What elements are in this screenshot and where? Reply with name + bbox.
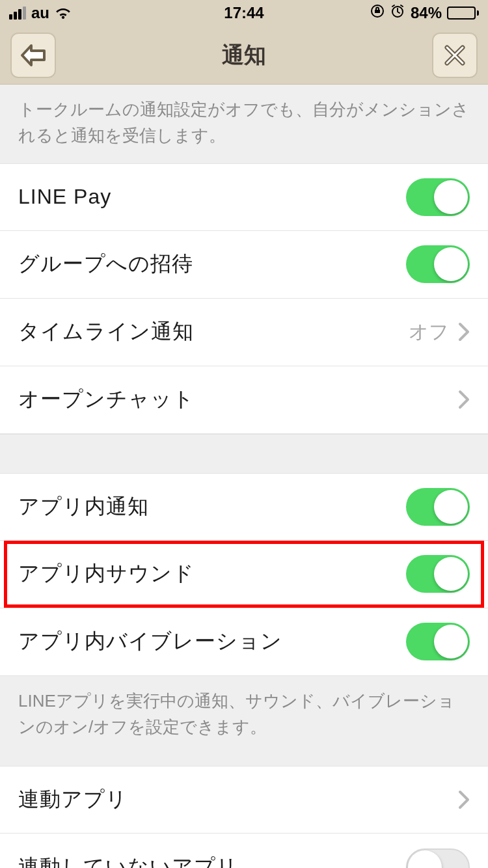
nav-bar: 通知 [0,26,488,85]
row-openchat[interactable]: オープンチャット [0,366,488,434]
toggle-inapp-sound[interactable] [406,555,470,593]
section-gap [0,754,488,766]
toggle-unlinked-apps[interactable] [406,848,470,868]
row-label: LINE Pay [18,185,111,209]
signal-icon [9,7,26,20]
row-label: アプリ内バイブレーション [18,627,282,656]
toggle-line-pay[interactable] [406,178,470,216]
row-inapp-notif[interactable]: アプリ内通知 [0,473,488,541]
battery-pct: 84% [411,4,442,22]
row-inapp-sound[interactable]: アプリ内サウンド [0,541,488,608]
chevron-right-icon [458,790,470,809]
row-linked-apps[interactable]: 連動アプリ [0,766,488,834]
status-bar: au 17:44 84% [0,0,488,26]
row-label: アプリ内通知 [18,493,149,521]
settings-group-3: 連動アプリ 連動していないアプリ [0,766,488,868]
battery-icon [447,7,479,20]
back-arrow-icon [20,43,47,68]
alarm-icon [390,3,405,23]
close-button[interactable] [432,33,478,78]
orientation-lock-icon [370,4,385,22]
row-unlinked-apps[interactable]: 連動していないアプリ [0,834,488,868]
section-desc: LINEアプリを実行中の通知、サウンド、バイブレーションのオン/オフを設定できま… [0,676,488,755]
toggle-inapp-notif[interactable] [406,488,470,526]
row-label: グループへの招待 [18,250,193,278]
row-value: オフ [409,319,449,346]
chevron-right-icon [458,390,470,409]
section-desc: トークルームの通知設定がオフでも、自分がメンションされると通知を受信します。 [0,85,488,163]
wifi-icon [55,7,72,20]
row-label: オープンチャット [18,385,195,414]
row-group-invite[interactable]: グループへの招待 [0,231,488,299]
toggle-inapp-vibration[interactable] [406,623,470,660]
page-title: 通知 [222,40,266,70]
toggle-group-invite[interactable] [406,245,470,283]
row-label: タイムライン通知 [18,318,194,346]
section-gap [0,434,488,473]
close-icon [443,44,467,67]
row-inapp-vibration[interactable]: アプリ内バイブレーション [0,608,488,676]
carrier-label: au [31,4,49,22]
row-label: 連動していないアプリ [18,853,238,868]
row-timeline[interactable]: タイムライン通知 オフ [0,299,488,366]
settings-group-1: LINE Pay グループへの招待 タイムライン通知 オフ オープンチャット [0,163,488,434]
row-line-pay[interactable]: LINE Pay [0,163,488,231]
clock: 17:44 [224,4,264,22]
chevron-right-icon [458,322,470,342]
row-label: アプリ内サウンド [18,560,195,588]
back-button[interactable] [10,33,56,78]
row-label: 連動アプリ [18,785,128,814]
settings-group-2: アプリ内通知 アプリ内サウンド アプリ内バイブレーション [0,473,488,676]
